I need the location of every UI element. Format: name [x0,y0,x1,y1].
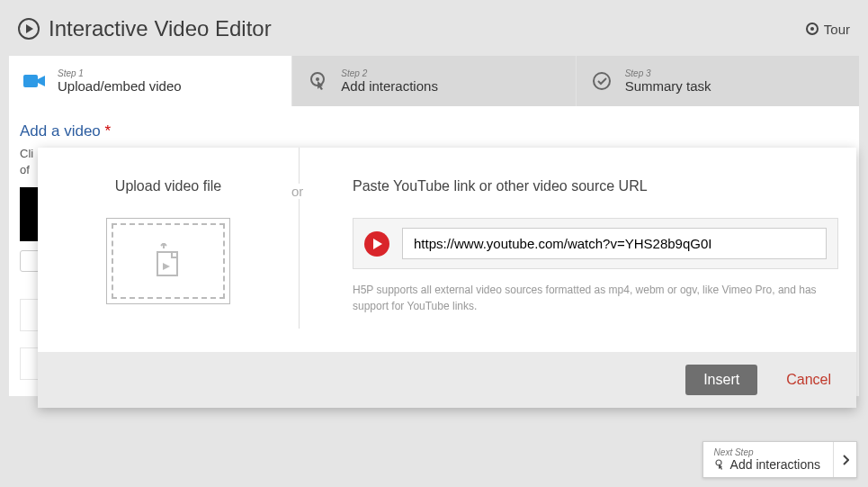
tab-summary-task[interactable]: Step 3 Summary task [577,56,859,106]
tab-add-interactions[interactable]: Step 2 Add interactions [292,56,576,106]
cancel-button[interactable]: Cancel [786,372,831,388]
next-step-action-label: Add interactions [730,457,820,472]
svg-rect-0 [23,75,38,87]
tab-label: Upload/embed video [58,78,182,94]
page-title: Interactive Video Editor [49,16,272,41]
url-help-text: H5P supports all external video sources … [353,282,838,314]
youtube-icon [364,231,389,257]
play-circle-icon [18,18,40,40]
tab-step-label: Step 1 [58,68,182,78]
tab-label: Add interactions [341,78,438,94]
tab-step-label: Step 2 [341,68,438,78]
tap-icon [307,70,328,92]
chevron-right-icon [833,442,856,477]
upload-file-icon [150,243,186,279]
tour-icon [806,23,819,35]
video-camera-icon [23,70,45,92]
tab-step-label: Step 3 [625,68,711,78]
upload-heading: Upload video file [56,178,281,194]
tour-label: Tour [824,22,850,37]
tab-label: Summary task [625,78,711,94]
step-tabs: Step 1 Upload/embed video Step 2 Add int… [9,56,859,106]
video-url-input[interactable] [402,228,827,259]
add-video-dialog: Upload video file or Paste YouTube link … [38,148,856,408]
tour-button[interactable]: Tour [806,22,850,37]
svg-rect-4 [157,252,177,275]
check-circle-icon [591,70,613,92]
insert-button[interactable]: Insert [685,365,757,395]
tab-upload-video[interactable]: Step 1 Upload/embed video [9,56,292,106]
next-step-label: Next Step [714,447,820,457]
tap-small-icon [714,459,725,470]
divider [299,148,300,329]
next-step-button[interactable]: Next Step Add interactions [702,441,857,478]
upload-dropzone[interactable] [106,218,230,304]
or-label: or [288,184,307,199]
paste-heading: Paste YouTube link or other video source… [353,178,838,194]
svg-point-2 [316,77,319,81]
svg-point-3 [594,73,610,89]
section-title: Add a video * [20,122,848,140]
